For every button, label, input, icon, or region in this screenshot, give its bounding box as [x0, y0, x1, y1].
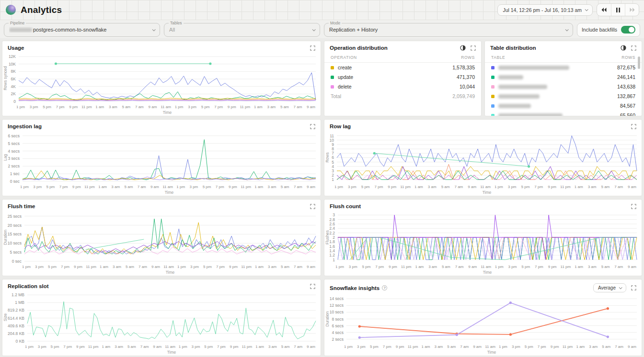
expand-button[interactable] — [310, 45, 315, 51]
operation-label: create — [338, 65, 352, 70]
svg-text:Time: Time — [165, 190, 174, 195]
svg-text:1 pm: 1 pm — [16, 105, 25, 109]
table-row[interactable]: update471,370 — [324, 72, 481, 82]
svg-text:7 am: 7 am — [614, 185, 623, 189]
app-logo-icon — [6, 5, 16, 15]
svg-text:6 secs: 6 secs — [8, 134, 20, 138]
svg-text:5 am: 5 am — [281, 265, 289, 269]
svg-text:9 am: 9 am — [628, 345, 636, 349]
svg-text:9 pm: 9 pm — [548, 185, 556, 189]
svg-text:11 pm: 11 pm — [563, 345, 573, 349]
replication-slot-title: Replication slot — [8, 283, 49, 289]
svg-text:10 secs: 10 secs — [330, 310, 344, 314]
svg-text:11 pm: 11 pm — [81, 105, 92, 109]
svg-text:1 pm: 1 pm — [334, 185, 343, 189]
svg-text:1 pm: 1 pm — [495, 265, 504, 269]
svg-text:1.6: 1.6 — [329, 244, 335, 249]
svg-text:4 secs: 4 secs — [332, 330, 344, 335]
svg-text:3 am: 3 am — [588, 185, 597, 189]
table-row[interactable]: 132,867 — [485, 91, 642, 101]
svg-text:5 am: 5 am — [441, 185, 450, 189]
expand-button[interactable] — [310, 124, 315, 129]
table-row[interactable]: delete10,044 — [324, 82, 481, 91]
row-lag-chart: 12345678910111 pm3 pm5 pm7 pm9 pm11 pm1 … — [324, 130, 642, 196]
svg-text:9 pm: 9 pm — [74, 265, 82, 269]
svg-text:5 secs: 5 secs — [10, 250, 22, 255]
svg-text:9 am: 9 am — [153, 345, 161, 349]
rows-value: 1,578,335 — [452, 65, 475, 70]
rows-value: 246,141 — [617, 74, 635, 80]
redacted-table-name — [498, 113, 563, 116]
svg-text:1.2 MB: 1.2 MB — [12, 292, 24, 297]
tables-value: All — [169, 27, 312, 33]
expand-button[interactable] — [631, 45, 636, 51]
svg-text:3 am: 3 am — [113, 265, 121, 269]
svg-text:9 am: 9 am — [468, 265, 477, 269]
svg-text:1 am: 1 am — [415, 265, 424, 269]
svg-text:5 pm: 5 pm — [203, 265, 212, 269]
svg-text:5 pm: 5 pm — [521, 185, 530, 189]
include-backfills-toggle[interactable] — [621, 26, 635, 33]
aggregation-select[interactable]: Average — [593, 283, 626, 292]
svg-text:11 am: 11 am — [481, 265, 491, 269]
table-row[interactable]: 143,638 — [485, 82, 642, 91]
svg-text:3 am: 3 am — [109, 105, 117, 109]
fast-forward-button[interactable] — [625, 4, 639, 16]
svg-text:9 am: 9 am — [473, 345, 482, 349]
expand-button[interactable] — [631, 285, 636, 290]
svg-text:11 am: 11 am — [165, 345, 175, 349]
svg-text:3 pm: 3 pm — [190, 265, 199, 269]
svg-text:1 pm: 1 pm — [25, 345, 34, 349]
table-row[interactable]: 246,141 — [485, 72, 642, 82]
pie-chart-toggle-button[interactable] — [621, 45, 626, 51]
svg-text:Time: Time — [163, 110, 172, 115]
svg-text:3 am: 3 am — [268, 265, 276, 269]
expand-button[interactable] — [631, 204, 636, 209]
expand-button[interactable] — [471, 45, 476, 51]
svg-text:7 pm: 7 pm — [534, 185, 543, 189]
table-row[interactable]: 65,560 — [485, 111, 642, 116]
table-row[interactable]: 872,675 — [485, 63, 642, 72]
tables-select[interactable]: Tables All — [164, 23, 320, 37]
svg-text:1 MB: 1 MB — [15, 300, 24, 305]
svg-text:6K: 6K — [11, 77, 16, 81]
table-row[interactable]: 84,567 — [485, 101, 642, 111]
svg-text:1.8: 1.8 — [329, 239, 335, 244]
redacted-table-name — [498, 75, 523, 79]
svg-text:1 sec: 1 sec — [10, 171, 20, 176]
svg-text:11 pm: 11 pm — [408, 345, 418, 349]
expand-button[interactable] — [310, 284, 315, 289]
scrollbar-thumb[interactable] — [638, 56, 640, 69]
svg-text:1: 1 — [332, 177, 334, 182]
rewind-button[interactable] — [597, 4, 611, 16]
svg-text:9 am: 9 am — [149, 105, 157, 109]
flush-time-card: Flush time 0 sec5 secs10 secs15 secs20 s… — [2, 199, 321, 276]
svg-text:15 secs: 15 secs — [8, 232, 22, 236]
usage-chart: 02K4K6K8K10K12K1 pm3 pm5 pm7 pm9 pm11 pm… — [2, 52, 321, 116]
table-row[interactable]: create1,578,335 — [324, 63, 481, 72]
svg-text:5: 5 — [332, 160, 334, 165]
date-range-picker[interactable]: Jul 14, 12:26 pm - Jul 16, 10:13 am — [497, 4, 593, 16]
expand-button[interactable] — [310, 204, 315, 209]
help-icon[interactable]: ? — [382, 285, 387, 290]
svg-text:3: 3 — [333, 212, 335, 217]
mode-select[interactable]: Mode Replication + History — [324, 23, 573, 37]
mode-label: Mode — [329, 21, 342, 25]
svg-text:7 pm: 7 pm — [63, 345, 72, 349]
pipeline-select[interactable]: Pipeline postgres-common-to-snowflake — [4, 23, 160, 37]
row-lag-title: Row lag — [330, 123, 351, 129]
pause-button[interactable] — [611, 4, 625, 16]
svg-text:1 am: 1 am — [254, 105, 263, 109]
svg-text:7 pm: 7 pm — [214, 105, 223, 109]
svg-text:3 pm: 3 pm — [38, 345, 46, 349]
svg-text:9 pm: 9 pm — [229, 265, 238, 269]
svg-text:1.2: 1.2 — [329, 253, 335, 257]
pie-chart-toggle-button[interactable] — [460, 45, 466, 51]
svg-text:1 pm: 1 pm — [176, 185, 185, 189]
svg-text:0 KB: 0 KB — [16, 339, 25, 344]
flush-count-card: Flush count 11.21.41.61.822.22.42.62.831… — [324, 199, 642, 276]
rows-value: 143,638 — [617, 84, 635, 89]
expand-button[interactable] — [631, 124, 636, 129]
svg-text:3 secs: 3 secs — [8, 156, 20, 161]
ingestion-lag-chart: 0 sec1 sec2 secs3 secs4 secs5 secs6 secs… — [2, 130, 321, 196]
